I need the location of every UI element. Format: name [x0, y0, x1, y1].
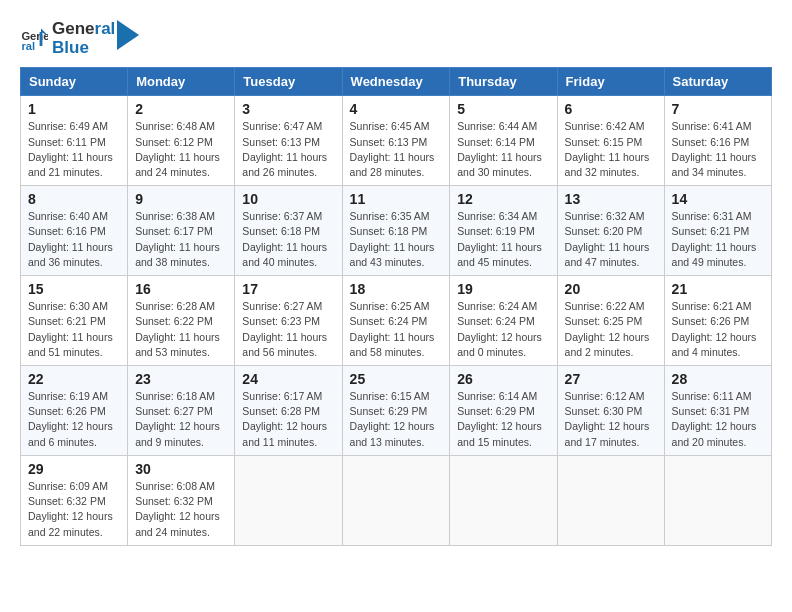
weekday-header: Tuesday	[235, 68, 342, 96]
day-info: Sunrise: 6:47 AMSunset: 6:13 PMDaylight:…	[242, 119, 334, 180]
calendar-day-cell: 9 Sunrise: 6:38 AMSunset: 6:17 PMDayligh…	[128, 186, 235, 276]
day-info: Sunrise: 6:17 AMSunset: 6:28 PMDaylight:…	[242, 389, 334, 450]
calendar-day-cell: 24 Sunrise: 6:17 AMSunset: 6:28 PMDaylig…	[235, 366, 342, 456]
day-info: Sunrise: 6:21 AMSunset: 6:26 PMDaylight:…	[672, 299, 764, 360]
calendar-day-cell: 28 Sunrise: 6:11 AMSunset: 6:31 PMDaylig…	[664, 366, 771, 456]
day-number: 23	[135, 371, 227, 387]
day-number: 19	[457, 281, 549, 297]
calendar-day-cell: 10 Sunrise: 6:37 AMSunset: 6:18 PMDaylig…	[235, 186, 342, 276]
day-info: Sunrise: 6:45 AMSunset: 6:13 PMDaylight:…	[350, 119, 443, 180]
day-info: Sunrise: 6:37 AMSunset: 6:18 PMDaylight:…	[242, 209, 334, 270]
logo-name2: Blue	[52, 39, 115, 58]
day-number: 30	[135, 461, 227, 477]
day-number: 25	[350, 371, 443, 387]
day-number: 24	[242, 371, 334, 387]
calendar-day-cell: 6 Sunrise: 6:42 AMSunset: 6:15 PMDayligh…	[557, 96, 664, 186]
calendar-day-cell: 30 Sunrise: 6:08 AMSunset: 6:32 PMDaylig…	[128, 455, 235, 545]
svg-text:ral: ral	[21, 40, 35, 52]
calendar-day-cell: 15 Sunrise: 6:30 AMSunset: 6:21 PMDaylig…	[21, 276, 128, 366]
day-info: Sunrise: 6:27 AMSunset: 6:23 PMDaylight:…	[242, 299, 334, 360]
logo: Gene ral General Blue	[20, 20, 139, 57]
weekday-header: Thursday	[450, 68, 557, 96]
calendar-day-cell: 11 Sunrise: 6:35 AMSunset: 6:18 PMDaylig…	[342, 186, 450, 276]
calendar-day-cell: 25 Sunrise: 6:15 AMSunset: 6:29 PMDaylig…	[342, 366, 450, 456]
page-header: Gene ral General Blue	[20, 20, 772, 57]
day-info: Sunrise: 6:31 AMSunset: 6:21 PMDaylight:…	[672, 209, 764, 270]
calendar-day-cell: 17 Sunrise: 6:27 AMSunset: 6:23 PMDaylig…	[235, 276, 342, 366]
day-info: Sunrise: 6:34 AMSunset: 6:19 PMDaylight:…	[457, 209, 549, 270]
logo-arrow-icon	[117, 20, 139, 50]
day-number: 20	[565, 281, 657, 297]
day-number: 29	[28, 461, 120, 477]
calendar-week-row: 15 Sunrise: 6:30 AMSunset: 6:21 PMDaylig…	[21, 276, 772, 366]
day-number: 3	[242, 101, 334, 117]
day-info: Sunrise: 6:19 AMSunset: 6:26 PMDaylight:…	[28, 389, 120, 450]
calendar-day-cell: 29 Sunrise: 6:09 AMSunset: 6:32 PMDaylig…	[21, 455, 128, 545]
day-info: Sunrise: 6:14 AMSunset: 6:29 PMDaylight:…	[457, 389, 549, 450]
calendar-day-cell: 12 Sunrise: 6:34 AMSunset: 6:19 PMDaylig…	[450, 186, 557, 276]
calendar-day-cell: 21 Sunrise: 6:21 AMSunset: 6:26 PMDaylig…	[664, 276, 771, 366]
day-number: 1	[28, 101, 120, 117]
day-number: 10	[242, 191, 334, 207]
day-number: 6	[565, 101, 657, 117]
weekday-header: Saturday	[664, 68, 771, 96]
day-info: Sunrise: 6:15 AMSunset: 6:29 PMDaylight:…	[350, 389, 443, 450]
calendar-day-cell	[235, 455, 342, 545]
svg-marker-4	[117, 20, 139, 50]
day-info: Sunrise: 6:12 AMSunset: 6:30 PMDaylight:…	[565, 389, 657, 450]
day-number: 28	[672, 371, 764, 387]
day-number: 14	[672, 191, 764, 207]
calendar-day-cell: 19 Sunrise: 6:24 AMSunset: 6:24 PMDaylig…	[450, 276, 557, 366]
day-info: Sunrise: 6:44 AMSunset: 6:14 PMDaylight:…	[457, 119, 549, 180]
calendar-day-cell: 14 Sunrise: 6:31 AMSunset: 6:21 PMDaylig…	[664, 186, 771, 276]
calendar-day-cell	[450, 455, 557, 545]
calendar-day-cell: 4 Sunrise: 6:45 AMSunset: 6:13 PMDayligh…	[342, 96, 450, 186]
day-info: Sunrise: 6:22 AMSunset: 6:25 PMDaylight:…	[565, 299, 657, 360]
day-info: Sunrise: 6:35 AMSunset: 6:18 PMDaylight:…	[350, 209, 443, 270]
weekday-header: Sunday	[21, 68, 128, 96]
calendar-day-cell: 1 Sunrise: 6:49 AMSunset: 6:11 PMDayligh…	[21, 96, 128, 186]
calendar-day-cell	[557, 455, 664, 545]
day-info: Sunrise: 6:28 AMSunset: 6:22 PMDaylight:…	[135, 299, 227, 360]
day-info: Sunrise: 6:11 AMSunset: 6:31 PMDaylight:…	[672, 389, 764, 450]
day-number: 5	[457, 101, 549, 117]
day-number: 16	[135, 281, 227, 297]
day-info: Sunrise: 6:08 AMSunset: 6:32 PMDaylight:…	[135, 479, 227, 540]
weekday-header: Wednesday	[342, 68, 450, 96]
calendar-week-row: 29 Sunrise: 6:09 AMSunset: 6:32 PMDaylig…	[21, 455, 772, 545]
calendar-day-cell: 5 Sunrise: 6:44 AMSunset: 6:14 PMDayligh…	[450, 96, 557, 186]
day-info: Sunrise: 6:49 AMSunset: 6:11 PMDaylight:…	[28, 119, 120, 180]
calendar-day-cell: 13 Sunrise: 6:32 AMSunset: 6:20 PMDaylig…	[557, 186, 664, 276]
day-number: 17	[242, 281, 334, 297]
calendar-day-cell	[342, 455, 450, 545]
calendar-day-cell: 8 Sunrise: 6:40 AMSunset: 6:16 PMDayligh…	[21, 186, 128, 276]
calendar-day-cell: 16 Sunrise: 6:28 AMSunset: 6:22 PMDaylig…	[128, 276, 235, 366]
day-info: Sunrise: 6:25 AMSunset: 6:24 PMDaylight:…	[350, 299, 443, 360]
calendar-day-cell: 3 Sunrise: 6:47 AMSunset: 6:13 PMDayligh…	[235, 96, 342, 186]
day-info: Sunrise: 6:09 AMSunset: 6:32 PMDaylight:…	[28, 479, 120, 540]
day-number: 18	[350, 281, 443, 297]
weekday-header: Monday	[128, 68, 235, 96]
calendar-day-cell: 22 Sunrise: 6:19 AMSunset: 6:26 PMDaylig…	[21, 366, 128, 456]
calendar-day-cell: 27 Sunrise: 6:12 AMSunset: 6:30 PMDaylig…	[557, 366, 664, 456]
day-number: 11	[350, 191, 443, 207]
day-info: Sunrise: 6:41 AMSunset: 6:16 PMDaylight:…	[672, 119, 764, 180]
day-info: Sunrise: 6:48 AMSunset: 6:12 PMDaylight:…	[135, 119, 227, 180]
day-info: Sunrise: 6:42 AMSunset: 6:15 PMDaylight:…	[565, 119, 657, 180]
calendar-day-cell: 23 Sunrise: 6:18 AMSunset: 6:27 PMDaylig…	[128, 366, 235, 456]
calendar-day-cell: 26 Sunrise: 6:14 AMSunset: 6:29 PMDaylig…	[450, 366, 557, 456]
day-info: Sunrise: 6:38 AMSunset: 6:17 PMDaylight:…	[135, 209, 227, 270]
day-number: 8	[28, 191, 120, 207]
day-number: 27	[565, 371, 657, 387]
logo-icon: Gene ral	[20, 25, 48, 53]
calendar-table: SundayMondayTuesdayWednesdayThursdayFrid…	[20, 67, 772, 545]
day-number: 22	[28, 371, 120, 387]
calendar-day-cell: 7 Sunrise: 6:41 AMSunset: 6:16 PMDayligh…	[664, 96, 771, 186]
day-info: Sunrise: 6:30 AMSunset: 6:21 PMDaylight:…	[28, 299, 120, 360]
day-number: 7	[672, 101, 764, 117]
day-number: 9	[135, 191, 227, 207]
day-info: Sunrise: 6:18 AMSunset: 6:27 PMDaylight:…	[135, 389, 227, 450]
calendar-week-row: 22 Sunrise: 6:19 AMSunset: 6:26 PMDaylig…	[21, 366, 772, 456]
day-number: 12	[457, 191, 549, 207]
calendar-day-cell: 20 Sunrise: 6:22 AMSunset: 6:25 PMDaylig…	[557, 276, 664, 366]
